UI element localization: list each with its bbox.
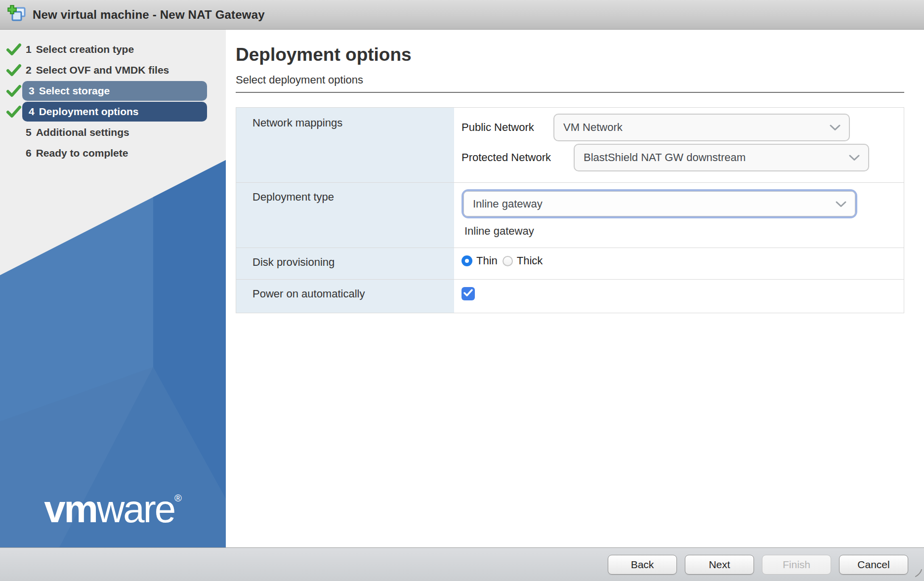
step-highlight-pill: 3 Select storage [22,81,207,101]
step-number: 2 [26,64,32,76]
page-title: Deployment options [236,44,924,65]
step-label: Select storage [39,85,110,97]
chevron-down-icon [848,151,860,164]
title-divider [236,92,904,93]
deployment-type-value: Inline gateway [473,198,543,210]
check-icon [6,84,21,97]
wizard-steps-list: 1 Select creation type 2 Select OVF and … [0,30,226,164]
thin-radio[interactable] [462,255,472,266]
thick-radio-label: Thick [517,254,543,267]
network-mappings-cell: Public Network VM Network Protected Netw… [454,108,904,183]
sidebar-step-deployment-options[interactable]: 4 Deployment options [0,101,226,122]
registered-trademark: ® [174,493,182,503]
step-number: 3 [29,85,35,97]
wizard-sidebar: 1 Select creation type 2 Select OVF and … [0,30,226,547]
new-vm-icon [7,4,28,25]
sidebar-step-select-storage[interactable]: 3 Select storage [0,81,226,101]
step-number: 4 [29,106,35,118]
vmware-logo: vmware® [0,487,226,532]
sidebar-step-select-creation-type[interactable]: 1 Select creation type [0,39,226,60]
finish-button[interactable]: Finish [762,555,831,575]
deployment-type-description: Inline gateway [464,225,904,238]
disk-provisioning-label: Disk provisioning [236,248,454,280]
back-button[interactable]: Back [608,555,677,575]
step-label: Select creation type [36,43,134,55]
power-on-checkbox[interactable] [462,287,475,300]
step-number: 1 [26,43,32,55]
deployment-type-label: Deployment type [236,183,454,248]
public-network-value: VM Network [563,121,623,134]
step-label: Additional settings [36,126,129,138]
wizard-window: New virtual machine - New NAT Gateway 1 … [0,0,924,581]
deployment-options-form: Network mappings Public Network VM Netwo… [236,107,904,313]
protected-network-value: BlastShield NAT GW downstream [584,151,746,164]
step-highlight-pill-current: 4 Deployment options [22,102,207,122]
sidebar-step-ready-to-complete: 6 Ready to complete [0,143,226,164]
cancel-button[interactable]: Cancel [839,555,908,575]
power-on-cell [454,280,904,313]
deployment-type-focus-ring: Inline gateway [462,189,857,218]
window-titlebar: New virtual machine - New NAT Gateway [0,0,924,30]
sidebar-step-additional-settings: 5 Additional settings [0,122,226,143]
step-number: 6 [26,147,32,159]
next-button[interactable]: Next [685,555,754,575]
disk-provisioning-cell: Thin Thick [454,248,904,280]
protected-network-select[interactable]: BlastShield NAT GW downstream [574,144,869,171]
sidebar-step-select-ovf-vmdk[interactable]: 2 Select OVF and VMDK files [0,60,226,81]
window-title: New virtual machine - New NAT Gateway [33,8,265,22]
step-label: Ready to complete [36,147,128,159]
public-network-select[interactable]: VM Network [553,114,850,141]
step-label: Deployment options [39,106,139,118]
power-on-label: Power on automatically [236,280,454,313]
check-icon [463,289,473,299]
deployment-type-cell: Inline gateway Inline gateway [454,183,904,248]
thick-radio[interactable] [503,256,513,266]
check-icon [6,105,21,118]
step-number: 5 [26,126,32,138]
public-network-label: Public Network [462,121,553,134]
check-icon [6,64,21,77]
protected-network-label: Protected Network [462,151,574,164]
chevron-down-icon [829,121,841,134]
resize-grip-icon[interactable] [912,567,923,580]
check-icon [6,43,21,56]
deployment-type-select[interactable]: Inline gateway [463,191,855,216]
network-mappings-label: Network mappings [236,108,454,183]
wizard-footer: Back Next Finish Cancel [0,547,924,581]
page-subtitle: Select deployment options [236,74,924,86]
step-label: Select OVF and VMDK files [36,64,169,76]
chevron-down-icon [835,198,847,210]
thin-radio-label: Thin [476,254,498,267]
wizard-main-pane: Deployment options Select deployment opt… [226,30,924,547]
